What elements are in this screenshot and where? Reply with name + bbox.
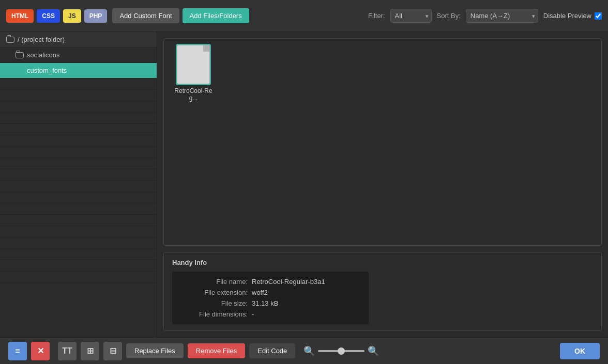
- zoom-out-icon: 🔍: [303, 346, 315, 356]
- sidebar-root-label: / (project folder): [18, 36, 65, 43]
- add-item-icon: ≡: [15, 346, 20, 356]
- handy-info-panel: Handy Info File name: RetroCool-Regular-…: [163, 252, 602, 331]
- toolbar-right: Filter: All Images Fonts CSS JS Sort By:…: [368, 9, 602, 23]
- zoom-in-button[interactable]: 🔍: [368, 346, 379, 356]
- image-tool-icon: ⊞: [87, 346, 94, 356]
- add-item-button[interactable]: ≡: [8, 342, 27, 360]
- widget-tool-icon: ⊟: [110, 346, 116, 356]
- sidebar-spacer: [0, 272, 157, 283]
- folder-icon-custom-fonts: [16, 68, 24, 74]
- sidebar-spacer: [0, 169, 157, 181]
- top-toolbar: HTML CSS JS PHP Add Custom Font Add File…: [0, 0, 608, 32]
- disable-preview-wrapper: Disable Preview: [543, 12, 602, 20]
- sidebar-spacer: [0, 113, 157, 124]
- sidebar-item-socialicons[interactable]: socialicons: [0, 48, 157, 63]
- file-name: RetroCool-Reg...: [170, 87, 217, 102]
- html-tab[interactable]: HTML: [6, 9, 34, 23]
- js-tab[interactable]: JS: [63, 9, 81, 23]
- sidebar-label-socialicons: socialicons: [27, 51, 60, 59]
- sidebar-root[interactable]: / (project folder): [0, 32, 157, 48]
- replace-files-button[interactable]: Replace Files: [126, 343, 184, 358]
- sidebar-spacer: [0, 135, 157, 147]
- sidebar-spacer: [0, 78, 157, 90]
- disable-preview-label: Disable Preview: [543, 12, 591, 20]
- image-tool-button[interactable]: ⊞: [81, 342, 99, 360]
- remove-files-button[interactable]: Remove Files: [188, 343, 245, 358]
- zoom-out-button[interactable]: 🔍: [303, 346, 315, 356]
- text-tool-button[interactable]: TT: [58, 342, 77, 360]
- edit-code-button[interactable]: Edit Code: [249, 343, 295, 358]
- sortby-label: Sort By:: [437, 12, 461, 20]
- info-key-filename: File name:: [180, 278, 248, 286]
- sortby-select-wrapper: Name (A→Z) Name (Z→A) Size Type: [466, 9, 538, 23]
- folder-icon: [6, 37, 14, 43]
- sidebar-spacer: [0, 192, 157, 203]
- right-panel: RetroCool-Reg... Handy Info File name: R…: [157, 32, 608, 337]
- remove-item-button[interactable]: ✕: [31, 342, 50, 360]
- sidebar-spacer: [0, 158, 157, 169]
- info-key-dim: File dimensions:: [180, 310, 248, 318]
- sortby-select[interactable]: Name (A→Z) Name (Z→A) Size Type: [466, 9, 538, 23]
- info-row-dim: File dimensions: -: [180, 310, 360, 318]
- filter-label: Filter:: [368, 12, 385, 20]
- remove-item-icon: ✕: [37, 346, 44, 356]
- sidebar-spacer: [0, 101, 157, 113]
- sidebar-item-custom-fonts[interactable]: custom_fonts: [0, 63, 157, 78]
- handy-info-title: Handy Info: [172, 259, 593, 266]
- info-key-ext: File extension:: [180, 289, 248, 296]
- zoom-in-icon: 🔍: [368, 346, 379, 356]
- sidebar-label-custom-fonts: custom_fonts: [27, 67, 67, 74]
- sidebar-spacer: [0, 181, 157, 192]
- sidebar-spacer: [0, 90, 157, 101]
- info-val-filename: RetroCool-Regular-b3a1: [252, 278, 325, 286]
- info-val-dim: -: [252, 310, 254, 318]
- info-table: File name: RetroCool-Regular-b3a1 File e…: [172, 272, 369, 324]
- widget-tool-button[interactable]: ⊟: [103, 342, 122, 360]
- zoom-slider[interactable]: [318, 350, 364, 352]
- info-row-filename: File name: RetroCool-Regular-b3a1: [180, 278, 360, 286]
- sidebar-spacer: [0, 215, 157, 226]
- ok-button[interactable]: OK: [560, 343, 600, 359]
- info-val-size: 31.13 kB: [252, 299, 278, 307]
- sidebar-spacer: [0, 203, 157, 215]
- folder-icon-socialicons: [16, 52, 24, 58]
- sidebar: / (project folder) socialicons custom_fo…: [0, 32, 157, 337]
- file-item[interactable]: RetroCool-Reg...: [170, 45, 217, 102]
- filter-select[interactable]: All Images Fonts CSS JS: [390, 9, 432, 23]
- sidebar-spacer: [0, 260, 157, 272]
- zoom-controls: 🔍 🔍: [303, 346, 379, 356]
- php-tab[interactable]: PHP: [84, 9, 108, 23]
- file-grid[interactable]: RetroCool-Reg...: [163, 38, 602, 246]
- info-row-size: File size: 31.13 kB: [180, 299, 360, 307]
- sidebar-spacer: [0, 124, 157, 135]
- info-row-ext: File extension: woff2: [180, 289, 360, 296]
- css-tab[interactable]: CSS: [37, 9, 60, 23]
- info-key-size: File size:: [180, 299, 248, 307]
- add-custom-font-button[interactable]: Add Custom Font: [112, 8, 179, 23]
- disable-preview-checkbox[interactable]: [595, 12, 602, 20]
- info-val-ext: woff2: [252, 289, 268, 296]
- sidebar-spacer: [0, 147, 157, 158]
- bottom-toolbar: ≡ ✕ TT ⊞ ⊟ Replace Files Remove Files Ed…: [0, 337, 608, 364]
- file-icon: [177, 45, 210, 84]
- text-tool-icon: TT: [62, 346, 72, 356]
- add-files-button[interactable]: Add Files/Folders: [183, 8, 249, 23]
- sidebar-spacer: [0, 226, 157, 238]
- sidebar-spacer: [0, 249, 157, 260]
- main-content: / (project folder) socialicons custom_fo…: [0, 32, 608, 337]
- sidebar-spacer: [0, 238, 157, 249]
- filter-select-wrapper: All Images Fonts CSS JS: [390, 9, 432, 23]
